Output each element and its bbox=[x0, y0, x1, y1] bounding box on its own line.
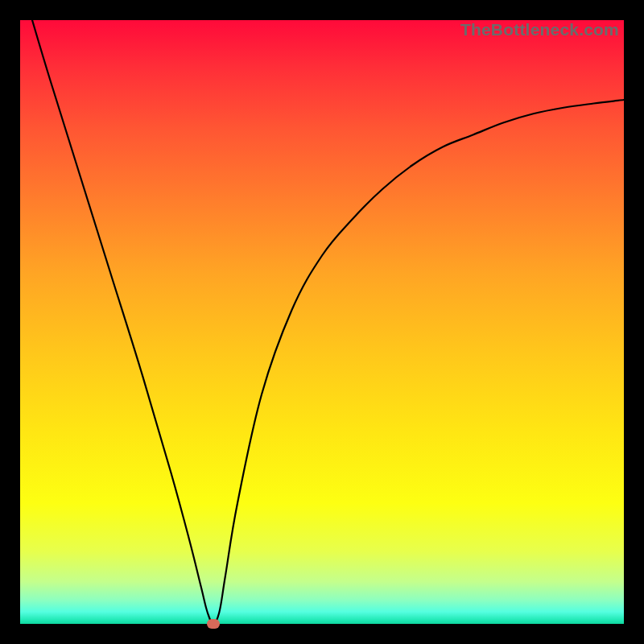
minimum-marker bbox=[207, 619, 220, 629]
plot-area: TheBottleneck.com bbox=[20, 20, 624, 624]
curve-svg bbox=[20, 20, 624, 624]
curve-path bbox=[32, 20, 624, 624]
chart-frame: TheBottleneck.com bbox=[0, 0, 644, 644]
